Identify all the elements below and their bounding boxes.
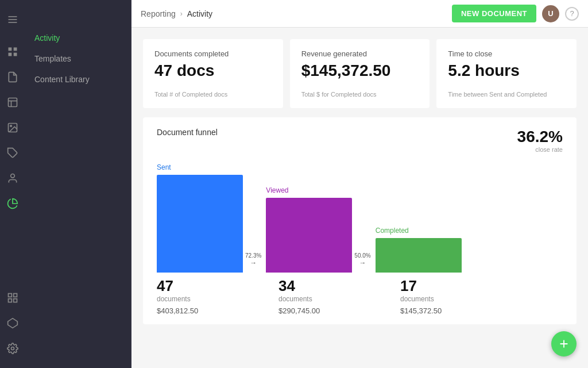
image-icon[interactable]: [2, 117, 23, 138]
stat-card-completed-value: 47 docs: [154, 62, 272, 80]
svg-rect-17: [9, 299, 12, 302]
bar-stat-viewed-amount: $290,745.00: [278, 306, 365, 315]
stat-card-revenue-sublabel: Total $ for Completed docs: [301, 91, 419, 98]
stat-card-completed-sublabel: Total # of Completed docs: [154, 91, 272, 98]
funnel-card: Document funnel 36.2% close rate Sent 72…: [143, 117, 577, 324]
breadcrumb-current: Activity: [187, 9, 212, 18]
bar-stat-viewed-count: 34: [278, 277, 365, 295]
breadcrumb: Reporting › Activity: [141, 9, 452, 18]
bar-sent: [157, 175, 243, 273]
svg-rect-7: [9, 98, 17, 107]
close-rate: 36.2% close rate: [517, 128, 563, 153]
bar-stat-sent: 47 documents $403,812.50: [157, 277, 243, 315]
avatar[interactable]: U: [542, 5, 559, 22]
fab-button[interactable]: [551, 331, 577, 356]
bar-stat-sent-docs: documents: [157, 295, 243, 303]
sidebar-item-content-library[interactable]: Content Library: [25, 69, 131, 90]
bar-stat-completed-amount: $145,372.50: [400, 306, 486, 315]
bar-stat-completed: 17 documents $145,372.50: [400, 277, 486, 315]
svg-point-13: [11, 174, 15, 178]
stat-card-revenue: Revenue generated $145,372.50 Total $ fo…: [290, 39, 430, 108]
svg-rect-3: [9, 48, 12, 51]
bar-chart: Sent 72.3% → Viewed 50: [157, 158, 563, 273]
gallery-icon[interactable]: [2, 288, 23, 308]
breadcrumb-parent[interactable]: Reporting: [141, 9, 176, 18]
bar-stat-viewed-docs: documents: [278, 295, 365, 303]
template-icon[interactable]: [2, 92, 23, 113]
svg-rect-1: [9, 19, 17, 20]
bar-completed: [376, 238, 462, 273]
help-button[interactable]: ?: [565, 7, 579, 21]
bar-stats: 47 documents $403,812.50 34 documents $2…: [157, 277, 563, 315]
bar-viewed: [266, 198, 352, 273]
sidebar-item-templates[interactable]: Templates: [25, 48, 131, 69]
funnel-header: Document funnel 36.2% close rate: [157, 128, 563, 153]
svg-rect-4: [14, 48, 17, 51]
stat-card-completed-label: Documents completed: [154, 49, 272, 58]
bar-label-viewed: Viewed: [266, 186, 288, 194]
main-area: Reporting › Activity NEW DOCUMENT U ? Do…: [131, 0, 588, 368]
stat-card-time-label: Time to close: [448, 49, 565, 58]
svg-rect-0: [9, 16, 17, 17]
bar-stat-sent-count: 47: [157, 277, 243, 295]
bar-label-sent: Sent: [157, 163, 171, 171]
svg-point-19: [11, 347, 14, 350]
bar-stat-viewed: 34 documents $290,745.00: [278, 277, 365, 315]
stat-card-time-value: 5.2 hours: [448, 62, 565, 80]
funnel-title: Document funnel: [157, 128, 218, 137]
stat-card-completed: Documents completed 47 docs Total # of C…: [143, 39, 283, 108]
transition-pct-sent: 72.3%: [245, 252, 261, 259]
svg-point-11: [10, 125, 11, 127]
tag-icon[interactable]: [2, 143, 23, 163]
svg-marker-18: [8, 319, 18, 328]
svg-rect-5: [9, 53, 12, 56]
new-document-button[interactable]: NEW DOCUMENT: [452, 5, 536, 22]
bar-stat-completed-count: 17: [400, 277, 486, 295]
sidebar-item-activity[interactable]: Activity: [25, 28, 131, 48]
bar-stat-sent-amount: $403,812.50: [157, 306, 243, 315]
menu-icon[interactable]: [2, 9, 23, 30]
breadcrumb-arrow: ›: [180, 10, 183, 18]
transition-arrow-sent: →: [250, 259, 257, 267]
bar-stat-completed-docs: documents: [400, 295, 486, 303]
bar-group-completed: Completed: [376, 227, 462, 273]
svg-rect-16: [14, 299, 17, 302]
svg-rect-2: [9, 22, 17, 23]
stat-card-revenue-value: $145,372.50: [301, 62, 419, 80]
bar-group-viewed: Viewed 50.0% →: [266, 186, 370, 273]
stat-card-time: Time to close 5.2 hours Time between Sen…: [436, 39, 577, 108]
close-rate-value: 36.2%: [517, 128, 563, 146]
bar-group-sent: Sent 72.3% →: [157, 163, 261, 273]
topbar: Reporting › Activity NEW DOCUMENT U ?: [131, 0, 588, 28]
nav-panel: Activity Templates Content Library: [25, 0, 131, 368]
contact-icon[interactable]: [2, 168, 23, 189]
svg-rect-14: [9, 294, 12, 297]
content-area: Documents completed 47 docs Total # of C…: [131, 28, 588, 368]
sidebar: [0, 0, 25, 368]
stat-cards: Documents completed 47 docs Total # of C…: [143, 39, 577, 108]
transition-arrow-viewed: →: [359, 259, 366, 267]
document-icon[interactable]: [2, 67, 23, 87]
stat-card-time-sublabel: Time between Sent and Completed: [448, 91, 565, 98]
bar-label-completed: Completed: [376, 227, 409, 235]
svg-rect-6: [14, 53, 17, 56]
transition-pct-viewed: 50.0%: [354, 252, 370, 259]
settings-icon[interactable]: [2, 338, 23, 359]
chart-icon[interactable]: [2, 193, 23, 214]
stat-card-revenue-label: Revenue generated: [301, 49, 419, 58]
svg-rect-15: [14, 294, 17, 297]
grid-icon[interactable]: [2, 41, 23, 62]
box-icon[interactable]: [2, 313, 23, 334]
topbar-actions: NEW DOCUMENT U ?: [452, 5, 579, 22]
close-rate-label: close rate: [517, 146, 563, 153]
